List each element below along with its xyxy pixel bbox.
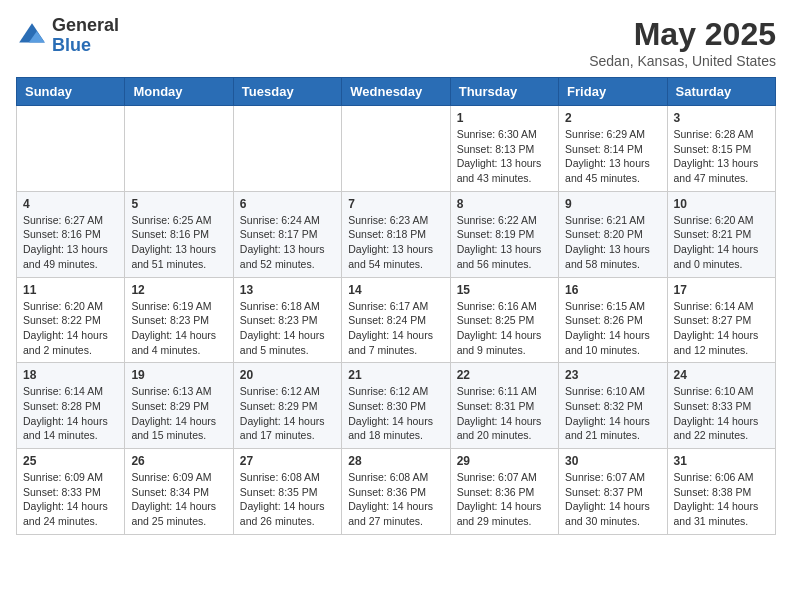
logo: General Blue bbox=[16, 16, 119, 56]
day-number: 12 bbox=[131, 283, 226, 297]
weekday-header-sunday: Sunday bbox=[17, 78, 125, 106]
title-block: May 2025 Sedan, Kansas, United States bbox=[589, 16, 776, 69]
calendar-cell: 23Sunrise: 6:10 AMSunset: 8:32 PMDayligh… bbox=[559, 363, 667, 449]
main-title: May 2025 bbox=[589, 16, 776, 53]
day-number: 15 bbox=[457, 283, 552, 297]
day-info: Sunrise: 6:08 AMSunset: 8:35 PMDaylight:… bbox=[240, 470, 335, 529]
calendar-cell: 31Sunrise: 6:06 AMSunset: 8:38 PMDayligh… bbox=[667, 449, 775, 535]
day-info: Sunrise: 6:16 AMSunset: 8:25 PMDaylight:… bbox=[457, 299, 552, 358]
day-info: Sunrise: 6:27 AMSunset: 8:16 PMDaylight:… bbox=[23, 213, 118, 272]
calendar-cell bbox=[342, 106, 450, 192]
calendar-cell bbox=[17, 106, 125, 192]
calendar-cell: 12Sunrise: 6:19 AMSunset: 8:23 PMDayligh… bbox=[125, 277, 233, 363]
day-number: 20 bbox=[240, 368, 335, 382]
day-info: Sunrise: 6:29 AMSunset: 8:14 PMDaylight:… bbox=[565, 127, 660, 186]
day-info: Sunrise: 6:22 AMSunset: 8:19 PMDaylight:… bbox=[457, 213, 552, 272]
calendar-cell: 29Sunrise: 6:07 AMSunset: 8:36 PMDayligh… bbox=[450, 449, 558, 535]
day-info: Sunrise: 6:14 AMSunset: 8:28 PMDaylight:… bbox=[23, 384, 118, 443]
calendar-cell: 22Sunrise: 6:11 AMSunset: 8:31 PMDayligh… bbox=[450, 363, 558, 449]
calendar-week-row: 4Sunrise: 6:27 AMSunset: 8:16 PMDaylight… bbox=[17, 191, 776, 277]
day-info: Sunrise: 6:30 AMSunset: 8:13 PMDaylight:… bbox=[457, 127, 552, 186]
day-info: Sunrise: 6:24 AMSunset: 8:17 PMDaylight:… bbox=[240, 213, 335, 272]
subtitle: Sedan, Kansas, United States bbox=[589, 53, 776, 69]
calendar-week-row: 11Sunrise: 6:20 AMSunset: 8:22 PMDayligh… bbox=[17, 277, 776, 363]
day-number: 26 bbox=[131, 454, 226, 468]
calendar-cell: 26Sunrise: 6:09 AMSunset: 8:34 PMDayligh… bbox=[125, 449, 233, 535]
calendar-cell: 5Sunrise: 6:25 AMSunset: 8:16 PMDaylight… bbox=[125, 191, 233, 277]
day-number: 4 bbox=[23, 197, 118, 211]
weekday-header-tuesday: Tuesday bbox=[233, 78, 341, 106]
calendar-cell: 18Sunrise: 6:14 AMSunset: 8:28 PMDayligh… bbox=[17, 363, 125, 449]
day-number: 3 bbox=[674, 111, 769, 125]
day-number: 19 bbox=[131, 368, 226, 382]
day-number: 30 bbox=[565, 454, 660, 468]
calendar-cell: 28Sunrise: 6:08 AMSunset: 8:36 PMDayligh… bbox=[342, 449, 450, 535]
calendar-cell: 14Sunrise: 6:17 AMSunset: 8:24 PMDayligh… bbox=[342, 277, 450, 363]
day-number: 14 bbox=[348, 283, 443, 297]
day-number: 8 bbox=[457, 197, 552, 211]
day-number: 13 bbox=[240, 283, 335, 297]
calendar-cell: 7Sunrise: 6:23 AMSunset: 8:18 PMDaylight… bbox=[342, 191, 450, 277]
calendar-cell bbox=[125, 106, 233, 192]
day-info: Sunrise: 6:07 AMSunset: 8:37 PMDaylight:… bbox=[565, 470, 660, 529]
day-info: Sunrise: 6:23 AMSunset: 8:18 PMDaylight:… bbox=[348, 213, 443, 272]
calendar-cell: 4Sunrise: 6:27 AMSunset: 8:16 PMDaylight… bbox=[17, 191, 125, 277]
day-info: Sunrise: 6:19 AMSunset: 8:23 PMDaylight:… bbox=[131, 299, 226, 358]
day-info: Sunrise: 6:18 AMSunset: 8:23 PMDaylight:… bbox=[240, 299, 335, 358]
day-info: Sunrise: 6:08 AMSunset: 8:36 PMDaylight:… bbox=[348, 470, 443, 529]
day-info: Sunrise: 6:21 AMSunset: 8:20 PMDaylight:… bbox=[565, 213, 660, 272]
day-info: Sunrise: 6:12 AMSunset: 8:30 PMDaylight:… bbox=[348, 384, 443, 443]
day-number: 10 bbox=[674, 197, 769, 211]
calendar-cell: 6Sunrise: 6:24 AMSunset: 8:17 PMDaylight… bbox=[233, 191, 341, 277]
day-info: Sunrise: 6:07 AMSunset: 8:36 PMDaylight:… bbox=[457, 470, 552, 529]
day-info: Sunrise: 6:17 AMSunset: 8:24 PMDaylight:… bbox=[348, 299, 443, 358]
day-info: Sunrise: 6:12 AMSunset: 8:29 PMDaylight:… bbox=[240, 384, 335, 443]
day-number: 6 bbox=[240, 197, 335, 211]
calendar-cell bbox=[233, 106, 341, 192]
calendar-table: SundayMondayTuesdayWednesdayThursdayFrid… bbox=[16, 77, 776, 535]
page-header: General Blue May 2025 Sedan, Kansas, Uni… bbox=[16, 16, 776, 69]
logo-text: General Blue bbox=[52, 16, 119, 56]
day-number: 27 bbox=[240, 454, 335, 468]
calendar-cell: 16Sunrise: 6:15 AMSunset: 8:26 PMDayligh… bbox=[559, 277, 667, 363]
day-number: 11 bbox=[23, 283, 118, 297]
day-number: 22 bbox=[457, 368, 552, 382]
logo-blue: Blue bbox=[52, 36, 119, 56]
calendar-cell: 21Sunrise: 6:12 AMSunset: 8:30 PMDayligh… bbox=[342, 363, 450, 449]
day-number: 18 bbox=[23, 368, 118, 382]
day-number: 23 bbox=[565, 368, 660, 382]
logo-general: General bbox=[52, 16, 119, 36]
weekday-header-saturday: Saturday bbox=[667, 78, 775, 106]
calendar-week-row: 25Sunrise: 6:09 AMSunset: 8:33 PMDayligh… bbox=[17, 449, 776, 535]
day-info: Sunrise: 6:14 AMSunset: 8:27 PMDaylight:… bbox=[674, 299, 769, 358]
day-number: 17 bbox=[674, 283, 769, 297]
day-number: 29 bbox=[457, 454, 552, 468]
day-info: Sunrise: 6:20 AMSunset: 8:21 PMDaylight:… bbox=[674, 213, 769, 272]
day-number: 28 bbox=[348, 454, 443, 468]
day-number: 1 bbox=[457, 111, 552, 125]
weekday-header-wednesday: Wednesday bbox=[342, 78, 450, 106]
calendar-week-row: 1Sunrise: 6:30 AMSunset: 8:13 PMDaylight… bbox=[17, 106, 776, 192]
day-number: 24 bbox=[674, 368, 769, 382]
day-info: Sunrise: 6:10 AMSunset: 8:33 PMDaylight:… bbox=[674, 384, 769, 443]
day-info: Sunrise: 6:13 AMSunset: 8:29 PMDaylight:… bbox=[131, 384, 226, 443]
day-info: Sunrise: 6:09 AMSunset: 8:34 PMDaylight:… bbox=[131, 470, 226, 529]
logo-icon bbox=[16, 20, 48, 52]
day-number: 16 bbox=[565, 283, 660, 297]
calendar-cell: 25Sunrise: 6:09 AMSunset: 8:33 PMDayligh… bbox=[17, 449, 125, 535]
calendar-cell: 3Sunrise: 6:28 AMSunset: 8:15 PMDaylight… bbox=[667, 106, 775, 192]
day-number: 7 bbox=[348, 197, 443, 211]
calendar-cell: 11Sunrise: 6:20 AMSunset: 8:22 PMDayligh… bbox=[17, 277, 125, 363]
day-info: Sunrise: 6:20 AMSunset: 8:22 PMDaylight:… bbox=[23, 299, 118, 358]
day-number: 9 bbox=[565, 197, 660, 211]
calendar-cell: 9Sunrise: 6:21 AMSunset: 8:20 PMDaylight… bbox=[559, 191, 667, 277]
calendar-cell: 15Sunrise: 6:16 AMSunset: 8:25 PMDayligh… bbox=[450, 277, 558, 363]
day-info: Sunrise: 6:11 AMSunset: 8:31 PMDaylight:… bbox=[457, 384, 552, 443]
day-number: 2 bbox=[565, 111, 660, 125]
day-number: 25 bbox=[23, 454, 118, 468]
calendar-cell: 10Sunrise: 6:20 AMSunset: 8:21 PMDayligh… bbox=[667, 191, 775, 277]
calendar-cell: 27Sunrise: 6:08 AMSunset: 8:35 PMDayligh… bbox=[233, 449, 341, 535]
calendar-cell: 24Sunrise: 6:10 AMSunset: 8:33 PMDayligh… bbox=[667, 363, 775, 449]
day-number: 21 bbox=[348, 368, 443, 382]
weekday-header-friday: Friday bbox=[559, 78, 667, 106]
